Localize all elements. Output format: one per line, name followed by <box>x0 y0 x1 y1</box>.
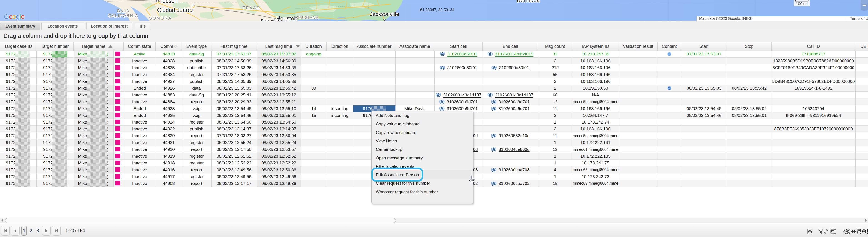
svg-text:SONORA: SONORA <box>149 16 172 21</box>
svg-text:BAJA: BAJA <box>117 9 129 13</box>
svg-text:Map data ©2023 Google, INEGI: Map data ©2023 Google, INEGI <box>699 17 752 21</box>
svg-text:Bermuda: Bermuda <box>517 0 540 3</box>
svg-text:-61.23047, 32.50134: -61.23047, 32.50134 <box>419 8 455 12</box>
svg-text:Jacksonville: Jacksonville <box>370 11 399 17</box>
svg-text:LOUISIANA: LOUISIANA <box>294 16 319 20</box>
svg-text:San Antonio: San Antonio <box>260 18 287 21</box>
svg-text:Ciudad Juárez: Ciudad Juárez <box>157 7 194 13</box>
svg-text:CALIFORNIA: CALIFORNIA <box>108 13 138 18</box>
svg-text:100 mi: 100 mi <box>796 2 807 6</box>
svg-text:Tucson: Tucson <box>159 0 178 4</box>
svg-text:TEXAS: TEXAS <box>243 5 260 10</box>
svg-text:Terms of Use: Terms of Use <box>850 17 868 21</box>
